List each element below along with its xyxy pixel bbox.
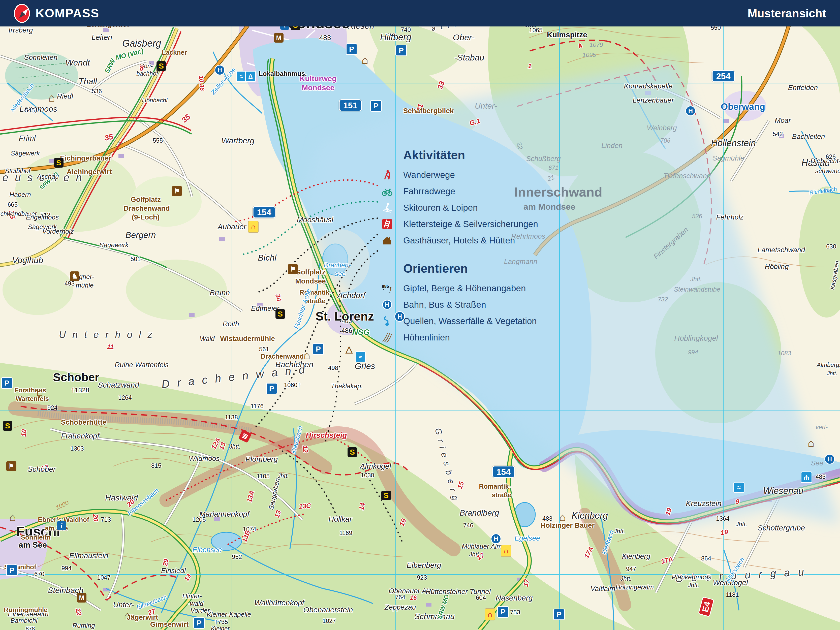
svg-text:H: H [385, 301, 389, 308]
legend-orientation-title: Orientieren [403, 262, 584, 275]
legend-item-klettersteige: Klettersteige & Seilversicherungen [377, 216, 584, 232]
ski-icon [377, 202, 397, 213]
legend-item-label: Gasthäuser, Hotels & Hütten [403, 235, 515, 245]
legend-item-skitouren: Skitouren & Loipen [377, 199, 584, 216]
legend-item-bahn: H Bahn, Bus & Straßen [377, 296, 584, 313]
legend-item-hoehenlinien: Höhenlinien [377, 329, 584, 346]
brand-name: KOMPASS [36, 6, 99, 20]
peak-icon: 885† [377, 283, 397, 294]
spring-icon [377, 316, 397, 327]
legend-item-label: Wanderwege [403, 170, 455, 180]
ladder-icon [377, 218, 397, 230]
legend-activities-title: Aktivitäten [403, 148, 584, 162]
house-icon [377, 235, 397, 246]
svg-text:885: 885 [382, 284, 389, 289]
page-title: Musteransicht [747, 6, 826, 20]
map-legend: Aktivitäten Wanderwege Fahrradwege Skito… [377, 148, 584, 346]
svg-text:†: † [389, 286, 392, 292]
legend-item-wanderwege: Wanderwege [377, 167, 584, 183]
bus-icon: H [377, 299, 397, 310]
legend-item-label: Höhenlinien [403, 332, 450, 343]
legend-item-label: Klettersteige & Seilversicherungen [403, 219, 538, 229]
legend-item-fahrradwege: Fahrradwege [377, 183, 584, 199]
legend-item-label: Quellen, Wasserfälle & Vegetation [403, 316, 537, 326]
hiker-icon [377, 169, 397, 180]
header-bar: KOMPASS Musteransicht [0, 0, 840, 27]
bike-icon [377, 186, 397, 197]
map-sample-page: Irrsberg650SonnleitenLeidingerhofLeiten5… [0, 0, 840, 630]
kompass-brand: KOMPASS [14, 4, 99, 23]
legend-item-label: Gipfel, Berge & Höhenangaben [403, 283, 526, 293]
lake-eibensee [211, 532, 242, 550]
contour-icon [377, 332, 397, 343]
kompass-logo-icon [14, 4, 30, 23]
legend-item-label: Skitouren & Loipen [403, 203, 478, 213]
legend-item-gasthaeuser: Gasthäuser, Hotels & Hütten [377, 232, 584, 248]
legend-item-label: Bahn, Bus & Straßen [403, 300, 486, 310]
legend-item-gipfel: 885† Gipfel, Berge & Höhenangaben [377, 280, 584, 296]
legend-item-quellen: Quellen, Wasserfälle & Vegetation [377, 313, 584, 329]
legend-item-label: Fahrradwege [403, 186, 455, 196]
